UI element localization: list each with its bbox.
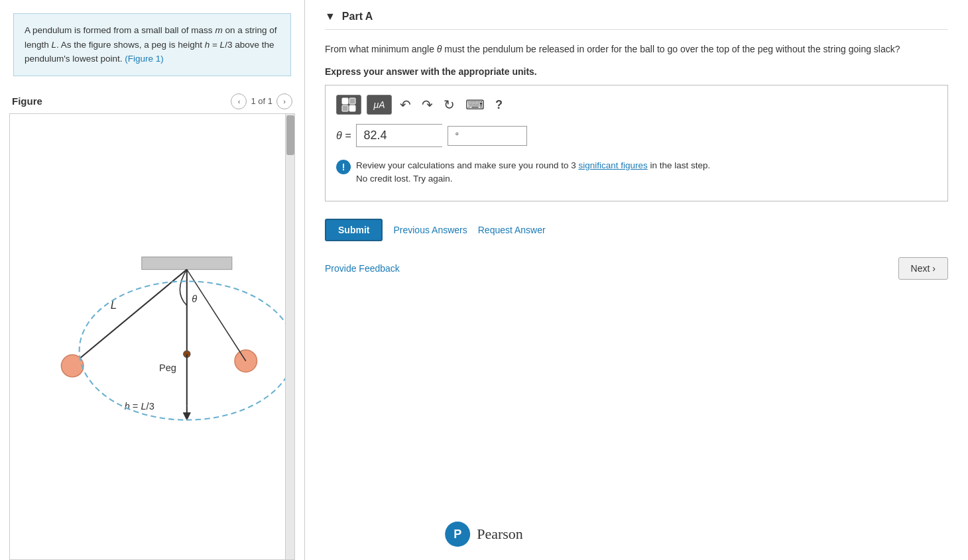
- scroll-thumb: [286, 115, 294, 155]
- sig-figs-link[interactable]: significant figures: [578, 160, 647, 170]
- pendulum-figure: L θ Peg h = L/3: [10, 114, 294, 559]
- pearson-name: Pearson: [477, 526, 523, 543]
- figure-nav: ‹ 1 of 1 ›: [231, 93, 292, 109]
- svg-text:h = L/3: h = L/3: [125, 401, 154, 412]
- feedback-row: ! Review your calculations and make sure…: [336, 155, 937, 190]
- pearson-footer: P Pearson: [445, 522, 523, 547]
- figure-page-label: 1 of 1: [251, 96, 272, 106]
- svg-line-2: [72, 269, 187, 364]
- submit-button[interactable]: Submit: [325, 219, 383, 241]
- figure-scrollbar[interactable]: [285, 114, 294, 559]
- svg-rect-14: [342, 98, 348, 104]
- question-text: From what minimum angle θ must the pendu…: [325, 42, 948, 57]
- svg-text:L: L: [111, 299, 117, 311]
- express-label: Express your answer with the appropriate…: [325, 66, 948, 77]
- refresh-button[interactable]: ↻: [441, 97, 457, 113]
- feedback-text: Review your calculations and make sure y…: [356, 159, 710, 186]
- input-row: θ =: [336, 124, 937, 147]
- problem-text: A pendulum is formed from a small ball o…: [25, 25, 276, 64]
- next-button[interactable]: Next ›: [898, 257, 948, 280]
- request-answer-link[interactable]: Request Answer: [478, 225, 546, 235]
- value-input[interactable]: [356, 124, 442, 147]
- figure-prev-btn[interactable]: ‹: [231, 93, 247, 109]
- figure-title: Figure: [12, 95, 42, 107]
- grid-button[interactable]: [336, 95, 361, 115]
- figure-link[interactable]: (Figure 1): [125, 54, 164, 64]
- pearson-letter: P: [454, 528, 461, 541]
- redo-button[interactable]: ↷: [419, 97, 436, 113]
- left-panel: A pendulum is formed from a small ball o…: [0, 0, 305, 560]
- svg-rect-15: [349, 98, 355, 104]
- previous-answers-link[interactable]: Previous Answers: [393, 225, 467, 235]
- next-arrow-icon: ›: [932, 263, 936, 274]
- svg-rect-16: [342, 105, 348, 111]
- figure-canvas: L θ Peg h = L/3: [9, 113, 295, 560]
- part-header: ▼ Part A: [325, 0, 948, 30]
- provide-feedback-row: Provide Feedback Next ›: [325, 257, 948, 280]
- answer-box: μA ↶ ↷ ↻ ⌨ ? θ = !: [325, 85, 948, 201]
- next-label: Next: [911, 263, 930, 274]
- figure-header: Figure ‹ 1 of 1 ›: [7, 89, 298, 113]
- svg-rect-0: [142, 257, 232, 270]
- svg-text:Peg: Peg: [159, 363, 176, 373]
- problem-text-box: A pendulum is formed from a small ball o…: [13, 13, 291, 76]
- unit-input[interactable]: [448, 126, 527, 146]
- help-button[interactable]: ?: [493, 98, 505, 112]
- part-title: Part A: [342, 11, 373, 23]
- provide-feedback-link[interactable]: Provide Feedback: [325, 263, 400, 274]
- svg-text:θ: θ: [192, 294, 197, 304]
- figure-section: Figure ‹ 1 of 1 › L: [7, 89, 298, 560]
- mu-button[interactable]: μA: [367, 95, 392, 115]
- action-row: Submit Previous Answers Request Answer: [325, 219, 948, 241]
- pearson-logo: P: [445, 522, 470, 547]
- svg-rect-17: [349, 105, 355, 111]
- theta-label: θ =: [336, 130, 351, 142]
- svg-line-12: [187, 269, 246, 361]
- right-panel: ▼ Part A From what minimum angle θ must …: [305, 0, 968, 560]
- undo-button[interactable]: ↶: [397, 97, 414, 113]
- figure-next-btn[interactable]: ›: [276, 93, 292, 109]
- mu-label: μA: [373, 99, 385, 110]
- keyboard-button[interactable]: ⌨: [463, 97, 487, 113]
- info-icon: !: [336, 160, 351, 174]
- collapse-arrow[interactable]: ▼: [325, 11, 335, 23]
- answer-toolbar: μA ↶ ↷ ↻ ⌨ ?: [336, 95, 937, 115]
